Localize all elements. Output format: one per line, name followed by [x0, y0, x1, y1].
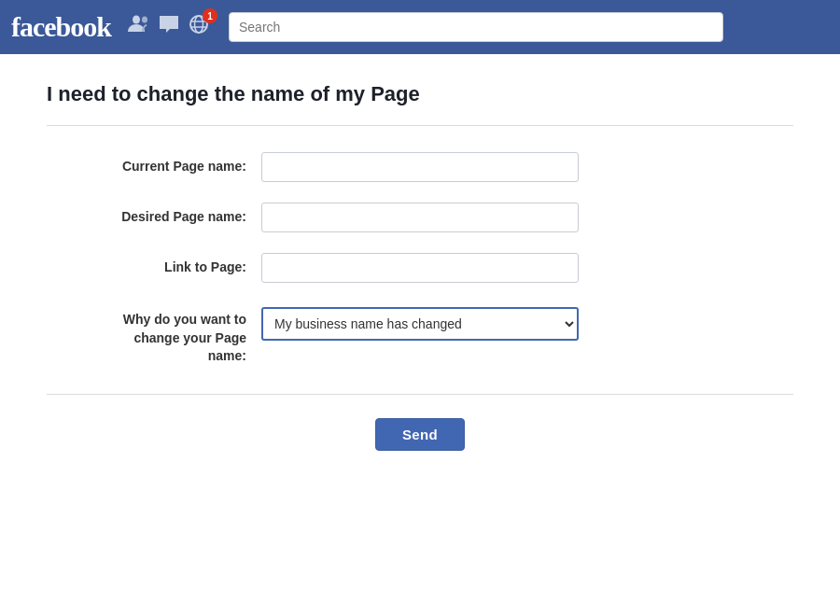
search-input[interactable] — [229, 12, 723, 42]
main-content: I need to change the name of my Page Cur… — [0, 54, 840, 616]
svg-point-1 — [142, 17, 147, 23]
link-to-page-input[interactable] — [261, 253, 579, 283]
nav-icons: 1 — [128, 14, 210, 40]
desired-page-name-input[interactable] — [261, 203, 579, 232]
svg-point-3 — [195, 16, 203, 33]
bottom-divider — [47, 394, 793, 395]
current-page-name-label: Current Page name: — [47, 158, 261, 176]
svg-point-0 — [133, 16, 140, 24]
navbar: facebook 1 — [0, 0, 840, 54]
reason-select[interactable]: My business name has changed I made a sp… — [261, 307, 579, 341]
facebook-logo: facebook — [11, 11, 111, 43]
messages-icon[interactable] — [158, 14, 180, 40]
send-button-row: Send — [47, 418, 793, 451]
notifications-icon[interactable]: 1 — [188, 14, 210, 40]
reason-row: Why do you want to change your Page name… — [47, 303, 719, 366]
send-button[interactable]: Send — [375, 418, 465, 451]
friends-icon[interactable] — [128, 14, 150, 40]
link-to-page-label: Link to Page: — [47, 259, 261, 277]
page-title: I need to change the name of my Page — [47, 82, 793, 106]
form-container: Current Page name: Desired Page name: Li… — [47, 152, 719, 366]
current-page-name-input[interactable] — [261, 152, 579, 182]
notification-badge: 1 — [203, 8, 217, 23]
top-divider — [47, 125, 793, 126]
current-page-name-row: Current Page name: — [47, 152, 719, 182]
link-to-page-row: Link to Page: — [47, 253, 719, 283]
desired-page-name-row: Desired Page name: — [47, 203, 719, 232]
desired-page-name-label: Desired Page name: — [47, 208, 261, 227]
reason-label: Why do you want to change your Page name… — [47, 307, 261, 366]
